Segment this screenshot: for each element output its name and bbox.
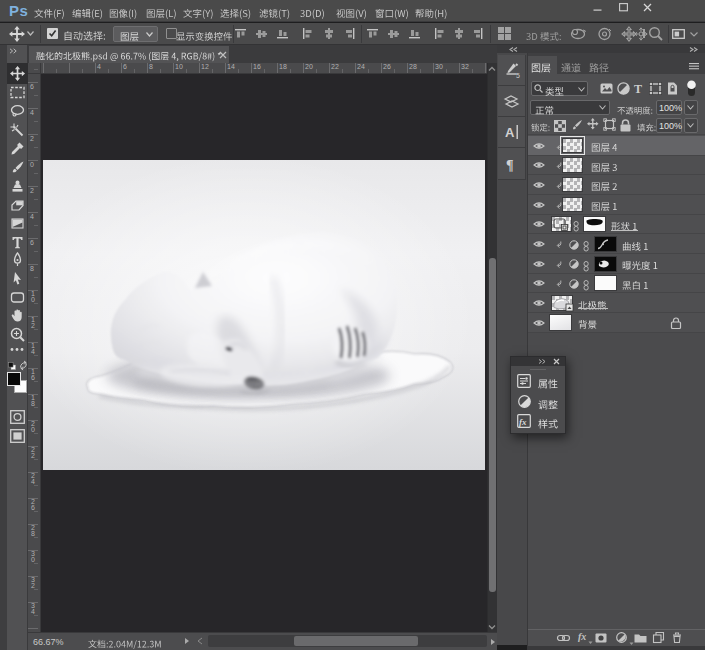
svg-text:5: 5 xyxy=(516,72,520,79)
svg-text:A: A xyxy=(505,125,515,140)
svg-text:fx: fx xyxy=(519,417,527,427)
svg-text:¶: ¶ xyxy=(506,158,514,173)
